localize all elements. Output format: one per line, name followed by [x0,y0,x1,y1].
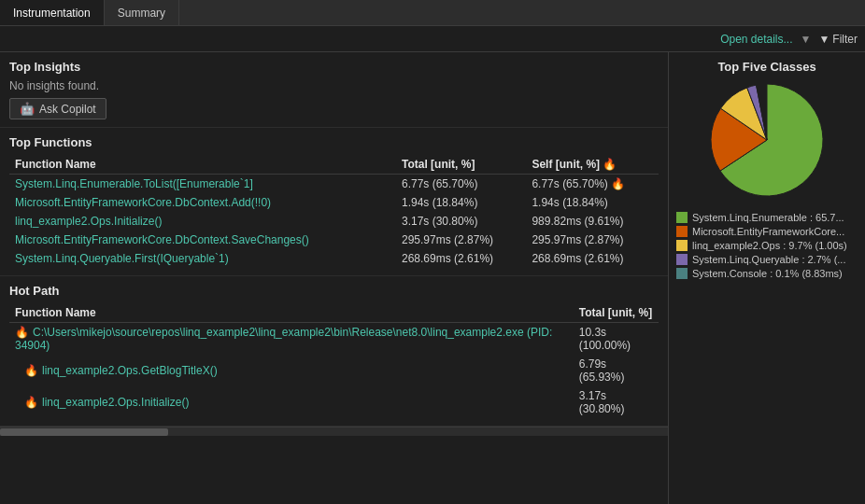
table-row: Microsoft.EntityFrameworkCore.DbContext.… [9,193,659,212]
legend-item: System.Linq.Enumerable : 65.7... [676,212,858,223]
legend-color [676,254,688,265]
legend-item: System.Console : 0.1% (8.83ms) [676,268,858,279]
table-row: System.Linq.Queryable.First(IQueryable`1… [9,249,659,268]
left-panel: Top Insights No insights found. 🤖 Ask Co… [0,52,669,504]
func-link[interactable]: Microsoft.EntityFrameworkCore.DbContext.… [15,233,309,246]
col-function-name: Function Name [9,155,396,175]
top-functions-title: Top Functions [9,135,659,149]
ask-copilot-button[interactable]: 🤖 Ask Copilot [9,98,106,119]
copilot-icon: 🤖 [20,102,35,116]
open-details-link[interactable]: Open details... [720,33,792,46]
legend-item: linq_example2.Ops : 9.7% (1.00s) [676,240,858,251]
col-self: Self [unit, %] 🔥 [526,155,659,175]
table-row: 🔥C:\Users\mikejo\source\repos\linq_examp… [9,323,659,356]
self-cell: 295.97ms (2.87%) [526,231,659,249]
hot-func-link[interactable]: linq_example2.Ops.Initialize() [42,396,189,409]
hot-func-name-cell: 🔥linq_example2.Ops.GetBlogTitleX() [9,355,574,386]
toolbar: Open details... ▼ ▼ Filter [0,26,865,52]
chart-title: Top Five Classes [676,60,858,74]
tab-instrumentation[interactable]: Instrumentation [0,0,105,25]
top-functions-section: Top Functions Function Name Total [unit,… [0,128,668,276]
legend-label: linq_example2.Ops : 9.7% (1.00s) [692,240,847,251]
func-name-cell: Microsoft.EntityFrameworkCore.DbContext.… [9,193,396,212]
tab-summary[interactable]: Summary [105,0,179,25]
pie-chart-container [676,79,858,201]
main-layout: Top Insights No insights found. 🤖 Ask Co… [0,52,865,504]
self-cell: 268.69ms (2.61%) [526,249,659,268]
hot-col-total: Total [unit, %] [574,303,659,323]
tab-bar: Instrumentation Summary [0,0,865,26]
top-insights-title: Top Insights [9,60,659,74]
flame-path-icon: 🔥 [15,326,29,339]
filter-button[interactable]: ▼ Filter [818,33,858,46]
legend-item: System.Linq.Queryable : 2.7% (... [676,254,858,265]
total-cell: 3.17s (30.80%) [396,212,526,231]
hot-total-cell: 10.3s (100.00%) [574,323,659,356]
flame-icon: 🔥 [24,396,38,409]
self-cell: 6.77s (65.70%) 🔥 [526,175,659,194]
total-cell: 268.69ms (2.61%) [396,249,526,268]
legend-color [676,240,688,251]
hot-func-link[interactable]: C:\Users\mikejo\source\repos\linq_exampl… [15,326,552,352]
hot-func-name-cell: 🔥linq_example2.Ops.Initialize() [9,386,574,418]
hot-col-function-name: Function Name [9,303,574,323]
legend-label: System.Linq.Queryable : 2.7% (... [692,254,845,265]
table-row: System.Linq.Enumerable.ToList([Enumerabl… [9,175,659,194]
func-name-cell: System.Linq.Enumerable.ToList([Enumerabl… [9,175,396,194]
hot-total-cell: 6.79s (65.93%) [574,355,659,386]
func-link[interactable]: linq_example2.Ops.Initialize() [15,215,162,228]
func-link[interactable]: Microsoft.EntityFrameworkCore.DbContext.… [15,196,271,209]
scrollbar-thumb[interactable] [0,428,168,436]
top-functions-table: Function Name Total [unit, %] Self [unit… [9,155,659,268]
legend-label: Microsoft.EntityFrameworkCore... [692,226,844,237]
top-insights-section: Top Insights No insights found. 🤖 Ask Co… [0,52,668,128]
hot-func-name-cell: 🔥C:\Users\mikejo\source\repos\linq_examp… [9,323,574,356]
legend-label: System.Linq.Enumerable : 65.7... [692,212,844,223]
legend-color [676,226,688,237]
func-link[interactable]: System.Linq.Enumerable.ToList([Enumerabl… [15,177,253,190]
hot-path-title: Hot Path [9,284,659,298]
hot-path-table: Function Name Total [unit, %] 🔥C:\Users\… [9,303,659,418]
table-row: Microsoft.EntityFrameworkCore.DbContext.… [9,231,659,249]
func-name-cell: Microsoft.EntityFrameworkCore.DbContext.… [9,231,396,249]
table-row: 🔥linq_example2.Ops.GetBlogTitleX() 6.79s… [9,355,659,386]
table-row: linq_example2.Ops.Initialize() 3.17s (30… [9,212,659,231]
legend-color [676,268,688,279]
hot-total-cell: 3.17s (30.80%) [574,386,659,418]
flame-icon: 🔥 [24,364,38,377]
func-name-cell: linq_example2.Ops.Initialize() [9,212,396,231]
func-name-cell: System.Linq.Queryable.First(IQueryable`1… [9,249,396,268]
total-cell: 6.77s (65.70%) [396,175,526,194]
hot-func-link[interactable]: linq_example2.Ops.GetBlogTitleX() [42,364,218,377]
func-link[interactable]: System.Linq.Queryable.First(IQueryable`1… [15,252,229,265]
total-cell: 1.94s (18.84%) [396,193,526,212]
total-cell: 295.97ms (2.87%) [396,231,526,249]
right-panel: Top Five Classes System.Linq.Enumerable … [669,52,865,504]
fire-icon: 🔥 [611,177,625,190]
self-cell: 989.82ms (9.61%) [526,212,659,231]
hot-path-section: Hot Path Function Name Total [unit, %] 🔥… [0,276,668,427]
legend-color [676,212,688,223]
legend-label: System.Console : 0.1% (8.83ms) [692,268,843,279]
table-row: 🔥linq_example2.Ops.Initialize() 3.17s (3… [9,386,659,418]
no-insights-text: No insights found. [9,79,659,92]
chart-legend: System.Linq.Enumerable : 65.7... Microso… [676,212,858,282]
col-total: Total [unit, %] [396,155,526,175]
horizontal-scrollbar[interactable] [0,427,668,436]
pie-chart [706,79,828,201]
fire-header-icon: 🔥 [603,158,617,171]
self-cell: 1.94s (18.84%) [526,193,659,212]
legend-item: Microsoft.EntityFrameworkCore... [676,226,858,237]
